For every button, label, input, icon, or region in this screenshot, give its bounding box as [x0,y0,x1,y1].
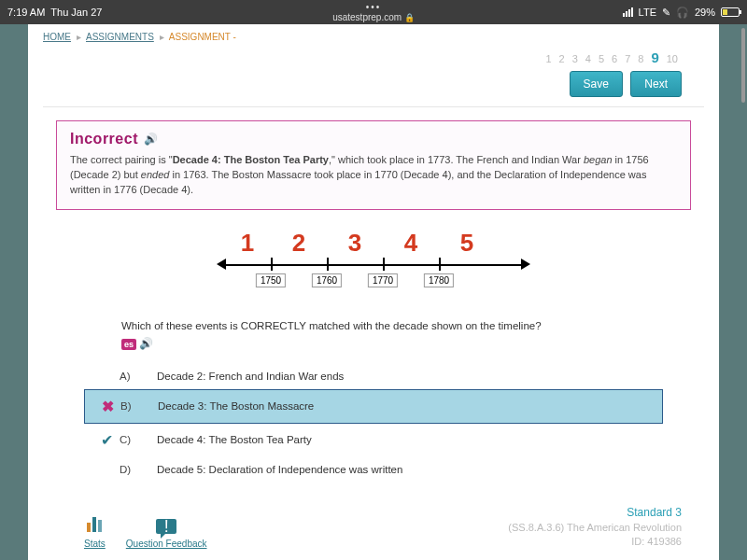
timeline-tick [439,258,441,271]
pager-item[interactable]: 1 [545,53,551,64]
answer-letter: A) [120,371,157,382]
timeline-tick-label: 1750 [256,273,286,287]
x-icon: ✖ [94,398,120,415]
answer-text: Decade 2: French and Indian War ends [157,371,344,382]
pager-item[interactable]: 9 [651,49,658,65]
timeline-segment-number: 1 [241,229,254,258]
question-feedback-label: Question Feedback [126,539,207,549]
pager-item[interactable]: 2 [559,53,565,64]
signal-icon [623,7,633,17]
check-icon: ✔ [93,431,120,449]
arrow-right-icon [521,259,530,270]
status-center: ••• usatestprep.com 🔒 [332,2,415,23]
footer-links: Stats ! Question Feedback [84,517,207,549]
battery-icon [721,7,740,17]
pager-item[interactable]: 4 [585,53,591,64]
question-text: Which of these events is CORRECTLY match… [121,320,663,331]
lock-icon: 🔒 [404,13,415,22]
chevron-right-icon: ▸ [77,32,81,42]
standard-info: Standard 3 (SS.8.A.3.6) The American Rev… [508,505,682,550]
speech-bubble-icon: ! [126,517,207,537]
crumb-home[interactable]: HOME [43,32,71,42]
answer-choice[interactable]: D)Decade 5: Declaration of Independence … [84,456,663,483]
question-feedback-link[interactable]: ! Question Feedback [126,517,207,549]
action-buttons: Save Next [28,71,719,106]
battery-pct: 29% [695,7,715,18]
feedback-panel: Incorrect 🔊 The correct pairing is "Deca… [56,120,691,210]
timeline-tick-label: 1770 [368,273,398,287]
timeline-segment-number: 2 [292,229,305,258]
answer-text: Decade 4: The Boston Tea Party [157,434,312,445]
breadcrumb: HOME ▸ ASSIGNMENTS ▸ ASSIGNMENT - [28,24,719,46]
timeline-segment-number: 3 [348,229,361,258]
next-button[interactable]: Next [630,71,682,97]
answer-choice[interactable]: ✔C)Decade 4: The Boston Tea Party [84,424,663,456]
chevron-right-icon: ▸ [160,32,164,42]
answer-choice[interactable]: A)Decade 2: French and Indian War ends [84,363,663,389]
crumb-current: ASSIGNMENT - [169,32,236,42]
answer-letter: C) [120,434,157,445]
answer-list: A)Decade 2: French and Indian War ends✖B… [84,363,663,483]
answer-choice[interactable]: ✖B)Decade 3: The Boston Massacre [84,389,663,424]
answer-text: Decade 3: The Boston Massacre [158,400,314,412]
status-right: LTE ✎ 🎧 29% [623,7,740,19]
pager-item[interactable]: 10 [667,53,678,64]
timeline-tick-label: 1760 [312,273,342,287]
stats-link[interactable]: Stats [84,517,106,549]
timeline-tick [271,258,273,271]
question-id: ID: 419386 [508,535,682,549]
site-url: usatestprep.com [332,12,402,22]
answer-letter: B) [120,400,158,412]
feedback-explanation: The correct pairing is "Decade 4: The Bo… [70,153,677,198]
divider [43,106,704,107]
speaker-icon[interactable]: 🔊 [139,337,153,350]
pager-item[interactable]: 3 [572,53,578,64]
question-block: Which of these events is CORRECTLY match… [28,320,719,492]
pager-item[interactable]: 7 [625,53,630,64]
headphones-icon: 🎧 [676,7,689,19]
network-label: LTE [639,7,656,18]
timeline-segment-number: 5 [460,229,473,258]
timeline-axis [224,264,523,266]
answer-letter: D) [120,464,157,475]
question-tools: es 🔊 [121,337,663,350]
feedback-title: Incorrect 🔊 [70,131,677,147]
scrollbar[interactable] [741,28,745,103]
bar-chart-icon [84,517,106,537]
timeline-tick [383,258,385,271]
pager-item[interactable]: 6 [612,53,617,64]
answer-text: Decade 5: Declaration of Independence wa… [157,464,402,475]
status-time: 7:19 AM [7,7,45,18]
question-footer: Stats ! Question Feedback Standard 3 (SS… [28,492,719,560]
pager-item[interactable]: 5 [599,53,604,64]
timeline-segment-number: 4 [404,229,417,258]
standard-code: (SS.8.A.3.6) The American Revolution [508,521,682,535]
feedback-status: Incorrect [70,131,138,147]
timeline-tick-label: 1780 [424,273,454,287]
timeline-figure: 175017601770178012345 [224,227,523,301]
save-button[interactable]: Save [570,71,623,97]
pager-item[interactable]: 8 [638,53,643,64]
crumb-assignments[interactable]: ASSIGNMENTS [86,32,154,42]
timeline-tick [327,258,329,271]
question-pager: 12345678910 [28,46,719,71]
browser-dots-icon: ••• [332,2,415,12]
speaker-icon[interactable]: 🔊 [144,133,159,146]
standard-title: Standard 3 [508,505,682,521]
status-date: Thu Jan 27 [50,7,102,18]
es-badge[interactable]: es [121,339,136,350]
page-content: HOME ▸ ASSIGNMENTS ▸ ASSIGNMENT - 123456… [28,24,719,560]
pencil-icon: ✎ [662,7,670,19]
device-status-bar: 7:19 AM Thu Jan 27 ••• usatestprep.com 🔒… [0,0,747,24]
stats-label: Stats [84,539,106,549]
status-left: 7:19 AM Thu Jan 27 [7,7,102,18]
